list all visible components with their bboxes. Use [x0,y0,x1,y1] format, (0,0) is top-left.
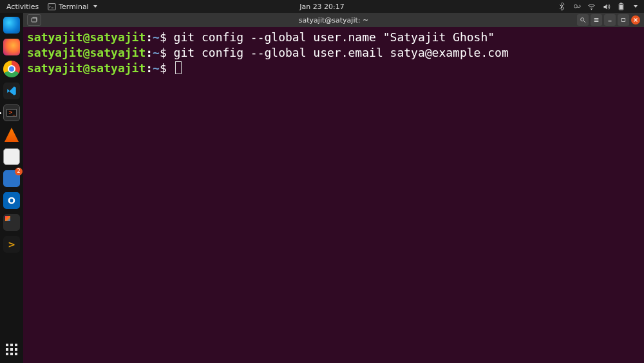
dock-item-firefox[interactable] [2,37,21,57]
close-icon [632,17,639,23]
badge-count: 2 [15,168,23,175]
vlc-icon [5,128,19,142]
top-panel: Activities Terminal Jan 23 20:17 [0,0,644,13]
svg-rect-4 [620,3,622,3]
bluetooth-icon[interactable] [558,3,566,11]
wifi-icon[interactable] [587,3,596,11]
system-menu-chevron-icon[interactable] [634,5,638,8]
dock-item-vlc[interactable] [2,125,21,144]
chevron-down-icon [93,5,97,8]
search-icon [580,17,586,23]
dock-item-edge[interactable] [2,15,21,35]
close-button[interactable] [631,15,640,25]
svg-rect-6 [32,18,37,22]
svg-rect-5 [620,5,623,9]
maximize-icon [620,17,627,23]
dock-item-plex[interactable]: > [2,235,21,254]
dock-item-chrome[interactable] [2,59,21,79]
terminal-icon: >_ [3,104,20,121]
files-icon [3,148,20,165]
window-title: satyajit@satyajit: ~ [299,16,368,25]
clock[interactable]: Jan 23 20:17 [299,3,345,11]
weather-icon[interactable] [573,3,581,11]
outlook-icon: O [3,192,20,209]
battery-icon[interactable] [617,3,625,11]
new-tab-icon [30,16,38,24]
svg-point-7 [581,18,584,21]
new-tab-button[interactable] [27,14,41,26]
svg-rect-8 [622,19,625,22]
dock-item-vscode[interactable] [2,81,21,101]
activities-button[interactable]: Activities [6,3,39,11]
dock-item-files[interactable] [2,147,21,166]
maximize-button[interactable] [618,14,629,26]
search-button[interactable] [577,14,589,26]
dock-item-terminal[interactable]: >_ [2,103,21,123]
terminal-window: satyajit@satyajit: ~ [23,13,644,363]
activities-label: Activities [6,3,39,11]
intellij-icon [3,214,20,231]
minimize-button[interactable] [604,14,616,26]
dock-item-intellij[interactable] [2,213,21,232]
minimize-icon [607,17,613,23]
firefox-icon [3,39,20,55]
show-applications-button[interactable] [2,340,21,359]
desktop: Activities Terminal Jan 23 20:17 [0,0,644,363]
hamburger-icon [593,17,600,23]
svg-point-1 [574,5,577,8]
edge-icon [3,17,20,34]
app-menu-label: Terminal [59,3,89,11]
terminal-body[interactable]: satyajit@satyajit:~$ git config --global… [23,27,644,363]
datetime-label: Jan 23 20:17 [299,3,345,11]
apps-grid-icon [6,344,17,355]
terminal-line: satyajit@satyajit:~$ git config --global… [27,45,640,61]
terminal-app-icon [48,3,56,11]
dock-item-libreoffice-writer[interactable]: 2 [2,169,21,188]
terminal-line: satyajit@satyajit:~$ git config --global… [27,30,640,45]
svg-point-2 [591,8,592,10]
plex-icon: > [3,236,20,253]
volume-icon[interactable] [602,3,611,11]
cursor [175,61,182,74]
chrome-icon [3,61,20,77]
titlebar[interactable]: satyajit@satyajit: ~ [23,13,644,27]
hamburger-menu-button[interactable] [591,14,602,26]
app-menu[interactable]: Terminal [48,3,97,11]
work-area: satyajit@satyajit: ~ [23,13,644,363]
dock-item-outlook[interactable]: O [2,191,21,210]
terminal-line: satyajit@satyajit:~$ [27,61,640,76]
dock: >_ 2 O > [0,13,23,363]
svg-rect-0 [48,3,55,10]
vscode-icon [3,83,20,99]
